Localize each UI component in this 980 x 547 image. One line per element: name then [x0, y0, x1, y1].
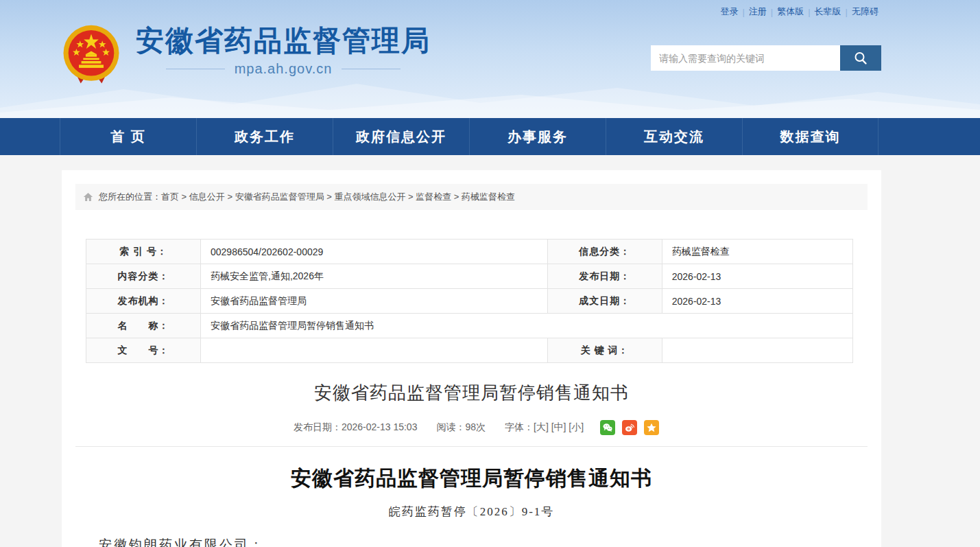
meta-label-issuing-agency: 发布机构： [86, 289, 201, 314]
breadcrumb-text: 您所在的位置：首页 > 信息公开 > 安徽省药品监督管理局 > 重点领域信息公开… [99, 191, 515, 203]
document-body: 安徽省药品监督管理局暂停销售通知书 皖药监药暂停〔2026〕9-1号 安徽钧朗药… [62, 465, 881, 547]
meta-label-info-category: 信息分类： [547, 240, 662, 264]
content-card: 您所在的位置：首页 > 信息公开 > 安徽省药品监督管理局 > 重点领域信息公开… [62, 170, 881, 547]
table-row: 索 引 号： 002986504/202602-00029 信息分类： 药械监督… [86, 240, 853, 264]
document-paragraph: 安徽钧朗药业有限公司： [86, 536, 853, 547]
meta-label-keywords: 关 键 词： [547, 338, 662, 363]
site-title-block: 安徽省药品监督管理局 mpa.ah.gov.cn [136, 23, 431, 77]
table-row: 内容分类： 药械安全监管,通知,2026年 发布日期： 2026-02-13 [86, 264, 853, 289]
main-navigation: 首 页 政务工作 政府信息公开 办事服务 互动交流 数据查询 [0, 118, 980, 155]
page-title: 安徽省药品监督管理局暂停销售通知书 [62, 381, 881, 405]
table-row: 发布机构： 安徽省药品监督管理局 成文日期： 2026-02-13 [86, 289, 853, 314]
meta-value-title: 安徽省药品监督管理局暂停销售通知书 [201, 314, 853, 338]
site-header: 登录| 注册| 繁体版| 长辈版| 无障碍 安徽省药品监督管理局 m [0, 0, 980, 118]
site-title: 安徽省药品监督管理局 [136, 25, 431, 57]
meta-label-written-date: 成文日期： [547, 289, 662, 314]
elderly-version-link[interactable]: 长辈版 [811, 5, 846, 18]
meta-value-keywords [662, 338, 852, 363]
content-divider [75, 446, 868, 447]
meta-value-publish-date: 2026-02-13 [662, 264, 852, 289]
site-domain: mpa.ah.gov.cn [235, 61, 333, 77]
meta-label-doc-number: 文 号： [86, 338, 201, 363]
table-row: 名 称： 安徽省药品监督管理局暂停销售通知书 [86, 314, 853, 338]
meta-value-info-category: 药械监督检查 [662, 240, 852, 264]
meta-value-issuing-agency: 安徽省药品监督管理局 [201, 289, 548, 314]
nav-item-interaction[interactable]: 互动交流 [606, 118, 742, 155]
login-link[interactable]: 登录 [716, 5, 742, 18]
domain-line-right [342, 69, 401, 69]
nav-item-services[interactable]: 办事服务 [469, 118, 606, 155]
traditional-chinese-link[interactable]: 繁体版 [773, 5, 808, 18]
domain-line-left [166, 69, 225, 69]
share-icons [593, 420, 659, 435]
wechat-share-icon[interactable] [600, 420, 615, 435]
meta-value-doc-number [201, 338, 548, 363]
article-read-count: 阅读：98次 [436, 421, 486, 434]
meta-label-index-number: 索 引 号： [86, 240, 201, 264]
weibo-share-icon[interactable] [622, 420, 637, 435]
top-utility-links: 登录| 注册| 繁体版| 长辈版| 无障碍 [716, 5, 883, 18]
meta-label-content-category: 内容分类： [86, 264, 201, 289]
meta-label-title: 名 称： [86, 314, 201, 338]
document-meta-table: 索 引 号： 002986504/202602-00029 信息分类： 药械监督… [86, 239, 853, 363]
accessibility-link[interactable]: 无障碍 [848, 5, 883, 18]
article-publish-date: 发布日期：2026-02-13 15:03 [294, 421, 418, 434]
national-emblem-icon [60, 23, 122, 86]
register-link[interactable]: 注册 [745, 5, 771, 18]
meta-value-index-number: 002986504/202602-00029 [201, 240, 548, 264]
qzone-share-icon[interactable] [644, 420, 659, 435]
font-size-control[interactable]: 字体：[大] [中] [小] [505, 421, 584, 434]
meta-value-written-date: 2026-02-13 [662, 289, 852, 314]
nav-item-info-disclosure[interactable]: 政府信息公开 [333, 118, 469, 155]
nav-item-data-query[interactable]: 数据查询 [742, 118, 879, 155]
search-icon [852, 50, 869, 67]
article-meta-row: 发布日期：2026-02-13 15:03 阅读：98次 字体：[大] [中] … [62, 420, 881, 435]
meta-label-publish-date: 发布日期： [547, 264, 662, 289]
breadcrumb: 您所在的位置：首页 > 信息公开 > 安徽省药品监督管理局 > 重点领域信息公开… [75, 184, 868, 210]
meta-value-content-category: 药械安全监管,通知,2026年 [201, 264, 548, 289]
search-input[interactable] [651, 45, 840, 71]
home-icon [82, 191, 94, 202]
site-domain-row: mpa.ah.gov.cn [136, 61, 431, 77]
document-number: 皖药监药暂停〔2026〕9-1号 [62, 504, 881, 520]
table-row: 文 号： 关 键 词： [86, 338, 853, 363]
search-button[interactable] [840, 45, 881, 71]
site-logo[interactable]: 安徽省药品监督管理局 mpa.ah.gov.cn [60, 23, 431, 86]
document-heading: 安徽省药品监督管理局暂停销售通知书 [62, 465, 881, 493]
nav-item-home[interactable]: 首 页 [60, 118, 196, 155]
nav-item-government-work[interactable]: 政务工作 [196, 118, 333, 155]
search-box [651, 45, 881, 71]
